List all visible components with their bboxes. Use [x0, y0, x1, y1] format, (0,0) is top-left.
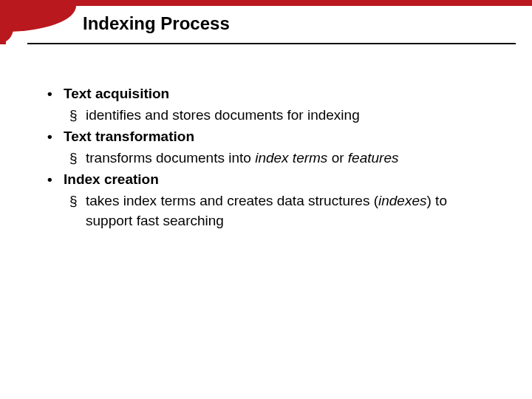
text-run: or [327, 150, 347, 166]
text-run: takes index terms and creates data struc… [86, 193, 378, 208]
bullet-text-acquisition: Text acquisition [44, 84, 495, 104]
text-run: transforms documents into [86, 150, 255, 166]
subbullet-index-creation: takes index terms and creates data struc… [44, 191, 495, 231]
italic-index-terms: index terms [255, 150, 327, 166]
subbullet-transformation: transforms documents into index terms or… [44, 149, 495, 168]
italic-features: features [348, 150, 399, 166]
slide-body: Text acquisition identifies and stores d… [44, 83, 495, 231]
bullet-index-creation: Index creation [44, 170, 495, 190]
title-underline [27, 43, 516, 44]
decor-bar-top [0, 0, 532, 6]
slide-title: Indexing Process [83, 13, 230, 34]
decor-curve [6, 6, 76, 32]
slide: Indexing Process Text acquisition identi… [0, 0, 532, 399]
bullet-text-transformation: Text transformation [44, 127, 495, 147]
decor-curve-tail [0, 25, 13, 43]
italic-indexes: indexes [378, 193, 427, 208]
subbullet-acquisition: identifies and stores documents for inde… [44, 106, 495, 126]
